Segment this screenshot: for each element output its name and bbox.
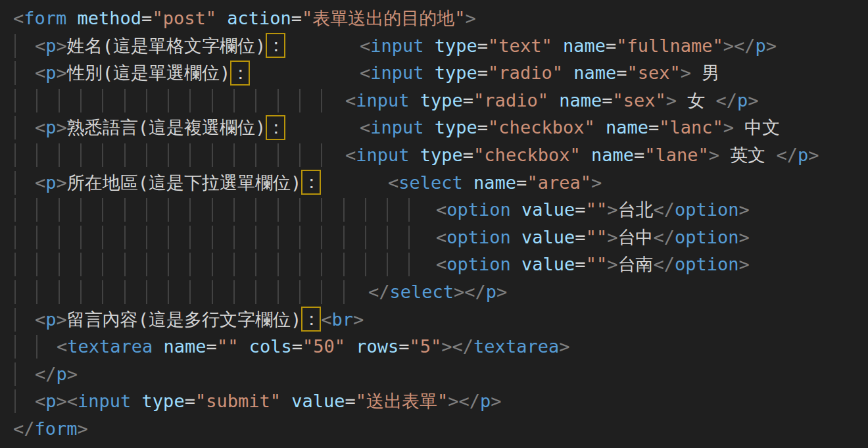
code-token: </ (13, 418, 35, 439)
code-token: > (748, 90, 758, 111)
code-token: name (591, 145, 634, 165)
indent-guide-line (277, 143, 279, 167)
indent-guide-line (102, 280, 103, 304)
indent-guide-line (233, 89, 235, 112)
code-token: select (398, 172, 463, 193)
code-token: > (57, 309, 67, 330)
code-token: = (292, 336, 302, 357)
code-token: p (45, 117, 56, 137)
indent-guide-line (233, 280, 235, 304)
code-token: < (13, 8, 24, 28)
code-token: 所在地區(這是下拉選單欄位) (67, 172, 302, 193)
indent-guide-line (80, 198, 82, 222)
code-segment: <option value="">台北</option> (436, 196, 750, 224)
code-segment: <input type="text" name="fullname"></p> (360, 32, 777, 60)
code-token: p (45, 62, 56, 83)
indent-guide-line (233, 198, 235, 222)
code-token (581, 145, 591, 165)
indent-guide-line (14, 362, 16, 386)
code-token: textarea (473, 336, 559, 357)
fullwidth-colon-unicode-highlight: ： (266, 115, 285, 140)
indent-guide-line (168, 253, 169, 276)
code-token: form (35, 418, 78, 439)
indent-guide-line (146, 89, 147, 112)
indent-guide-line (408, 198, 410, 222)
code-token: < (388, 172, 398, 193)
code-token (345, 336, 356, 357)
code-token: p (45, 172, 56, 193)
indent-guide-line (14, 34, 16, 58)
indent-guide-line (14, 89, 16, 112)
code-token: > (723, 36, 734, 56)
code-token: < (35, 391, 45, 411)
code-token: < (345, 145, 356, 165)
code-token: type (435, 62, 477, 83)
indent-guide-line (189, 253, 191, 276)
code-token: "" (586, 254, 608, 274)
code-token: < (360, 62, 370, 83)
indent-guide-line (14, 389, 16, 413)
code-editor[interactable]: <form method="post" action="表單送出的目的地"><p… (0, 0, 868, 448)
indent-guide-line (102, 226, 103, 249)
indent-guide-line (146, 143, 147, 167)
indent-guide-line (80, 226, 82, 249)
indent-guide-line (102, 198, 103, 222)
code-token: = (345, 391, 356, 411)
code-token (595, 117, 606, 137)
code-token: < (436, 227, 446, 247)
indent-guide-line (365, 198, 366, 222)
indent-guide-line (14, 116, 16, 139)
code-token: 中文 (734, 117, 780, 137)
fullwidth-colon-unicode-highlight: ： (230, 61, 250, 86)
fullwidth-colon-unicode-highlight: ： (301, 307, 321, 332)
code-token: = (606, 36, 616, 56)
code-token: method (78, 8, 142, 28)
code-token: 台中 (617, 227, 653, 247)
code-token: = (463, 90, 473, 111)
code-token: type (142, 391, 185, 411)
code-token: 台南 (617, 254, 653, 274)
code-token: > (666, 90, 677, 111)
indent-guide-line (124, 198, 126, 222)
code-token: p (45, 309, 56, 330)
code-line: <option value="">台南</option> (0, 251, 868, 278)
code-token (424, 62, 435, 83)
indent-guide-line (343, 226, 345, 249)
indent-guide-line (80, 253, 82, 276)
indent-guide-line (124, 280, 126, 304)
indent-guide-line (255, 89, 256, 112)
code-token: 熟悉語言(這是複選欄位) (67, 117, 266, 137)
code-token: "lanc" (659, 117, 723, 137)
code-token: < (35, 172, 45, 193)
code-token: "" (217, 336, 239, 357)
indent-guide-line (14, 171, 16, 195)
code-line: </select></p> (0, 278, 868, 306)
code-token: > (57, 117, 67, 137)
indent-guide-line (168, 226, 169, 249)
code-token: < (436, 199, 446, 220)
indent-guide-line (212, 143, 213, 167)
code-token: action (227, 8, 291, 28)
code-line: <p>姓名(這是單格文字欄位)：<input type="text" name=… (0, 32, 868, 60)
code-token: value (521, 199, 575, 220)
code-line: </form> (0, 415, 868, 443)
code-token: = (575, 227, 585, 247)
code-token: > (466, 8, 476, 28)
code-line: <p>熟悉語言(這是複選欄位)：<input type="checkbox" n… (0, 114, 868, 141)
code-token: p (480, 391, 491, 411)
code-segment: <input type="radio" name="sex"> 男 (360, 59, 719, 87)
code-token: < (360, 117, 370, 137)
code-token: form (24, 8, 66, 28)
indent-guide-line (321, 226, 322, 249)
code-token: > (496, 282, 507, 302)
code-token: option (446, 227, 511, 247)
code-segment: <input type="checkbox" name="lane"> 英文 <… (345, 141, 819, 169)
code-token: "radio" (488, 62, 563, 83)
code-line: <form method="post" action="表單送出的目的地"> (0, 5, 868, 32)
indent-guide-line (277, 89, 279, 112)
indent-guide-line (189, 89, 191, 112)
code-line: <option value="">台北</option> (0, 196, 868, 224)
code-token: br (332, 309, 354, 330)
code-segment: <form method="post" action="表單送出的目的地"> (13, 5, 476, 32)
code-token: "checkbox" (488, 117, 595, 137)
